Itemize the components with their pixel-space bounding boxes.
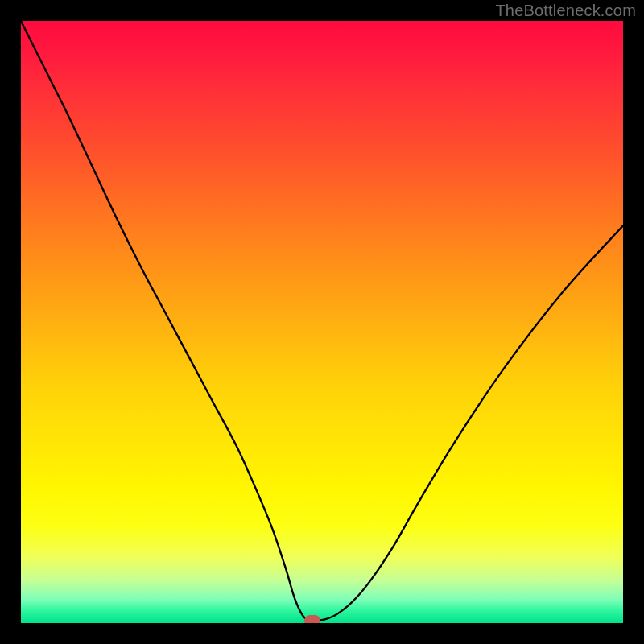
plot-area bbox=[21, 21, 623, 623]
chart-frame: TheBottleneck.com bbox=[0, 0, 644, 644]
optimal-point-marker bbox=[304, 615, 320, 623]
watermark-text: TheBottleneck.com bbox=[495, 2, 636, 20]
bottleneck-curve bbox=[21, 21, 623, 623]
